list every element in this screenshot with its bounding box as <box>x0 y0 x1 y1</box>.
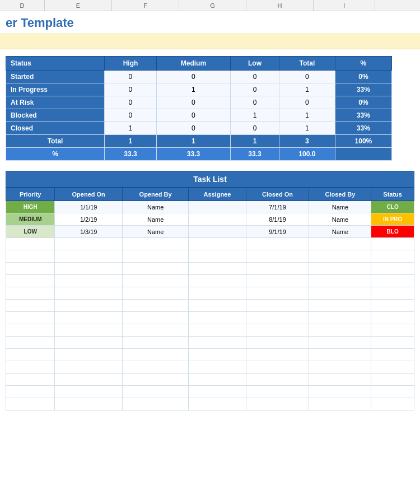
task-closed-on: 7/1/19 <box>246 201 309 213</box>
summary-total-row: Total 1 1 1 3 100% <box>6 135 392 148</box>
empty-cell <box>122 312 188 324</box>
task-empty-row <box>6 312 414 324</box>
empty-cell <box>122 300 188 312</box>
empty-cell <box>189 263 246 275</box>
col-header-d: D <box>0 0 45 11</box>
col-header-g: G <box>179 0 246 11</box>
task-closed-by: Name <box>309 201 371 213</box>
empty-cell <box>122 349 188 361</box>
pct-pct <box>335 148 391 161</box>
empty-cell <box>371 275 414 287</box>
empty-cell <box>309 386 371 398</box>
empty-cell <box>309 349 371 361</box>
empty-cell <box>189 238 246 250</box>
empty-cell <box>122 324 188 337</box>
empty-cell <box>246 349 309 361</box>
empty-cell <box>55 300 122 312</box>
task-assignee <box>189 226 246 238</box>
empty-cell <box>55 238 122 250</box>
empty-cell <box>122 275 188 287</box>
empty-cell <box>122 337 188 349</box>
pct-val: 33% <box>335 83 391 96</box>
summary-header-medium: Medium <box>156 57 230 71</box>
empty-cell <box>246 250 309 263</box>
task-empty-row <box>6 287 414 300</box>
summary-row: Started 0 0 0 0 0% <box>6 71 392 83</box>
empty-cell <box>55 398 122 410</box>
status-label: Blocked <box>6 109 105 122</box>
empty-cell <box>55 312 122 324</box>
task-header: Opened By <box>122 188 188 201</box>
empty-cell <box>122 386 188 398</box>
task-empty-row <box>6 361 414 374</box>
task-row: LOW 1/3/19 Name 9/1/19 Name BLO <box>6 226 414 238</box>
pct-label: % <box>6 148 105 161</box>
task-empty-row <box>6 263 414 275</box>
empty-cell <box>189 337 246 349</box>
task-header: Closed By <box>309 188 371 201</box>
empty-cell <box>309 361 371 374</box>
task-empty-row <box>6 250 414 263</box>
medium-val: 0 <box>156 109 230 122</box>
empty-cell <box>189 287 246 300</box>
low-val: 0 <box>231 122 279 135</box>
task-list-title: Task List <box>6 171 414 188</box>
empty-cell <box>189 300 246 312</box>
empty-cell <box>55 374 122 386</box>
task-opened-on: 1/1/19 <box>55 201 122 213</box>
empty-cell <box>189 361 246 374</box>
task-assignee <box>189 213 246 226</box>
empty-cell <box>55 263 122 275</box>
task-status: BLO <box>371 226 414 238</box>
task-empty-row <box>6 398 414 410</box>
low-val: 0 <box>231 83 279 96</box>
col-header-h: H <box>246 0 314 11</box>
empty-cell <box>371 361 414 374</box>
pct-val: 0% <box>335 71 391 83</box>
task-row: HIGH 1/1/19 Name 7/1/19 Name CLO <box>6 201 414 213</box>
low-val: 0 <box>231 96 279 109</box>
total-label: Total <box>6 135 105 148</box>
total-high: 1 <box>105 135 157 148</box>
empty-cell <box>246 324 309 337</box>
empty-cell <box>309 250 371 263</box>
medium-val: 0 <box>156 122 230 135</box>
low-val: 0 <box>231 71 279 83</box>
empty-cell <box>6 374 55 386</box>
task-table: PriorityOpened OnOpened ByAssigneeClosed… <box>6 188 414 410</box>
task-header: Status <box>371 188 414 201</box>
empty-cell <box>309 398 371 410</box>
col-header-i: I <box>314 0 375 11</box>
summary-header-total: Total <box>279 57 335 71</box>
col-header-e: E <box>45 0 112 11</box>
total-low: 1 <box>231 135 279 148</box>
task-empty-row <box>6 324 414 337</box>
empty-cell <box>55 361 122 374</box>
empty-cell <box>371 324 414 337</box>
medium-val: 0 <box>156 71 230 83</box>
page-title: er Template <box>0 11 420 34</box>
empty-cell <box>371 386 414 398</box>
task-header: Opened On <box>55 188 122 201</box>
empty-cell <box>6 349 55 361</box>
high-val: 0 <box>105 71 157 83</box>
pct-medium: 33.3 <box>156 148 230 161</box>
empty-cell <box>6 287 55 300</box>
empty-cell <box>189 250 246 263</box>
task-opened-by: Name <box>122 226 188 238</box>
column-headers: D E F G H I <box>0 0 420 11</box>
task-closed-on: 9/1/19 <box>246 226 309 238</box>
task-assignee <box>189 201 246 213</box>
task-priority: MEDIUM <box>6 213 55 226</box>
empty-cell <box>246 337 309 349</box>
empty-cell <box>122 361 188 374</box>
pct-low: 33.3 <box>231 148 279 161</box>
empty-cell <box>6 324 55 337</box>
task-empty-row <box>6 275 414 287</box>
total-total: 3 <box>279 135 335 148</box>
task-empty-row <box>6 386 414 398</box>
empty-cell <box>246 386 309 398</box>
task-empty-row <box>6 238 414 250</box>
total-val: 1 <box>279 109 335 122</box>
empty-cell <box>309 337 371 349</box>
